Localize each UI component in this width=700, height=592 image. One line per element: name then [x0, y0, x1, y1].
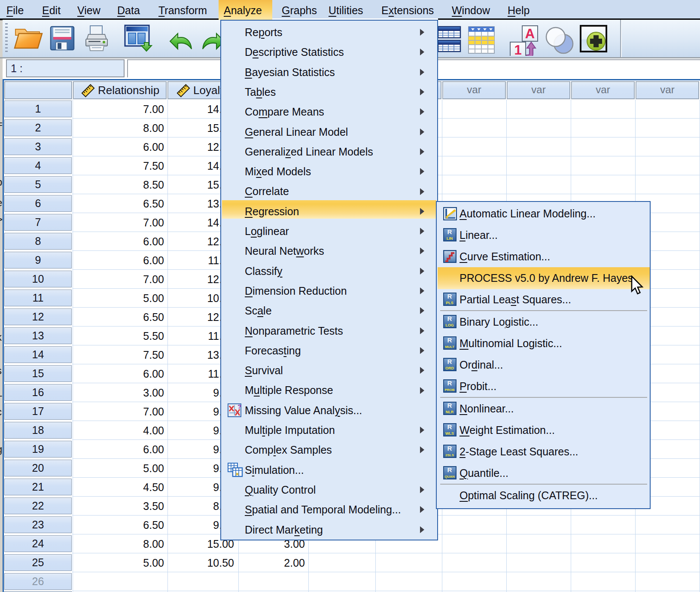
svg-text:PLS: PLS	[446, 301, 453, 305]
svg-text:NLR: NLR	[446, 410, 454, 414]
svg-text:R: R	[447, 228, 452, 235]
svg-text:QUAN: QUAN	[444, 475, 455, 479]
svg-text:?: ?	[237, 403, 241, 410]
svg-text:R: R	[447, 293, 452, 300]
svg-text:R: R	[447, 445, 452, 452]
svg-text:R: R	[447, 402, 452, 409]
svg-text:R: R	[447, 358, 452, 365]
svg-text:LIN: LIN	[447, 236, 453, 241]
svg-text:ORD: ORD	[445, 366, 454, 370]
svg-text:R: R	[447, 466, 452, 473]
svg-text:R: R	[447, 423, 452, 430]
svg-text:1: 1	[514, 43, 521, 56]
svg-text:R: R	[447, 315, 452, 322]
svg-text:R: R	[447, 379, 452, 387]
svg-text:LOG: LOG	[445, 323, 454, 327]
svg-text:2SLS: 2SLS	[445, 453, 454, 457]
svg-text:A: A	[525, 26, 535, 41]
svg-text:WLS: WLS	[445, 431, 454, 436]
svg-text:R: R	[447, 336, 452, 344]
svg-text:PROB: PROB	[444, 388, 454, 392]
svg-text:MULT: MULT	[445, 345, 454, 349]
